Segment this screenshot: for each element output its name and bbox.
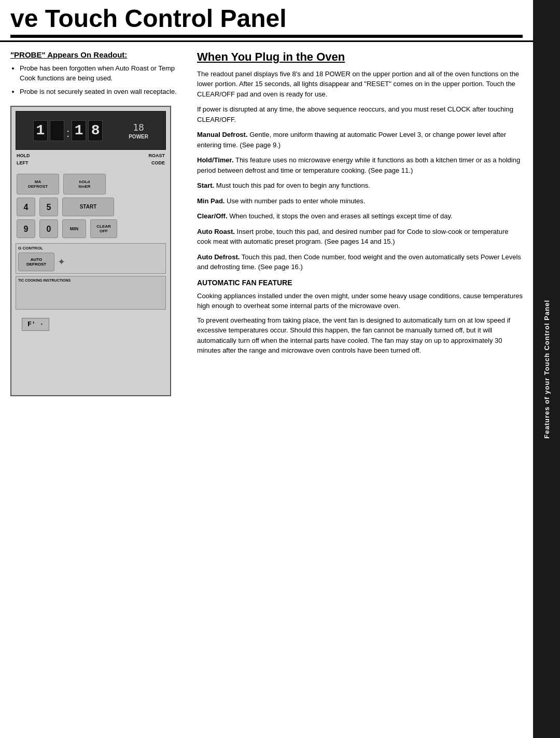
probe-section: "PROBE" Appears On Readout: Probe has be… bbox=[10, 50, 187, 97]
g-control-section: G CONTROL AUTODEFROST ✦ bbox=[16, 243, 166, 274]
intro-para-2: If power is disrupted at any time, the a… bbox=[197, 104, 523, 124]
num4-button[interactable]: 4 bbox=[17, 198, 35, 216]
feature-start: Start. Must touch this pad for oven to b… bbox=[197, 180, 523, 191]
sun-icon: ✦ bbox=[58, 256, 65, 268]
feature-start-text: Must touch this pad for oven to begin an… bbox=[216, 182, 370, 189]
btn-row-2: 4 5 START bbox=[17, 198, 165, 216]
intro-para-1: The readout panel displays five 8's and … bbox=[197, 69, 523, 100]
main-content: ve Touch Control Panel "PROBE" Appears O… bbox=[0, 0, 533, 405]
probe-bullet-2: Probe is not securely seated in oven wal… bbox=[20, 87, 187, 97]
left-label: LEFT bbox=[17, 160, 29, 165]
f-display-container: F' · bbox=[17, 314, 165, 335]
num5-button[interactable]: 5 bbox=[39, 198, 58, 216]
panel-buttons: MADEFROST hOLdtimER 4 5 START 9 0 MIN bbox=[11, 171, 170, 241]
btn-row-3: 9 0 MIN CLEAROFF bbox=[17, 219, 165, 238]
g-control-label: G CONTROL bbox=[18, 246, 163, 250]
panel-bottom-space bbox=[11, 339, 170, 355]
header: ve Touch Control Panel bbox=[0, 0, 533, 42]
btn-row-1: MADEFROST hOLdtimER bbox=[17, 174, 165, 194]
roast-label: ROAST bbox=[149, 153, 165, 158]
num9-button[interactable]: 9 bbox=[17, 219, 35, 238]
probe-list: Probe has been forgotten when Auto Roast… bbox=[10, 63, 187, 97]
feature-auto-roast-title: Auto Roast. bbox=[197, 228, 235, 235]
feature-auto-defrost: Auto Defrost. Touch this pad, then Code … bbox=[197, 252, 523, 272]
feature-auto-defrost-text: Touch this pad, then Code number, food w… bbox=[197, 253, 521, 271]
auto-defrost-row: AUTODEFROST ✦ bbox=[18, 253, 163, 271]
digit-2 bbox=[50, 120, 64, 141]
code-label: CODE bbox=[151, 160, 165, 165]
power-label: POWER bbox=[129, 134, 148, 140]
auto-defrost-button[interactable]: AUTODEFROST bbox=[18, 253, 54, 271]
clear-off-button[interactable]: CLEAROFF bbox=[90, 219, 117, 238]
feature-min-pad-title: Min Pad. bbox=[197, 197, 225, 205]
f-display: F' · bbox=[22, 318, 49, 331]
feature-manual-defrost: Manual Defrost. Gentle, more uniform tha… bbox=[197, 130, 523, 150]
probe-bullet-1: Probe has been forgotten when Auto Roast… bbox=[20, 63, 187, 83]
control-panel: 1 : 1 8 18 POWER HOLD ROAST bbox=[10, 106, 171, 396]
display-right: 18 POWER bbox=[129, 122, 148, 140]
feature-hold-timer-text: This feature uses no microwave energy wh… bbox=[197, 156, 520, 174]
feature-hold-timer-title: Hold/Timer. bbox=[197, 156, 234, 164]
min-button[interactable]: MIN bbox=[62, 219, 86, 238]
panel-labels-2: LEFT CODE bbox=[11, 159, 170, 166]
feature-auto-defrost-title: Auto Defrost. bbox=[197, 253, 240, 261]
feature-min-pad: Min Pad. Use with number pads to enter w… bbox=[197, 196, 523, 206]
digit-4: 8 bbox=[88, 120, 103, 141]
digit-1: 1 bbox=[33, 120, 48, 141]
display-digits: 1 : 1 8 bbox=[33, 120, 103, 141]
feature-manual-defrost-title: Manual Defrost. bbox=[197, 131, 248, 138]
auto-fan-section: AUTOMATIC FAN FEATURE Cooking appliances… bbox=[197, 279, 523, 356]
panel-display: 1 : 1 8 18 POWER bbox=[16, 111, 166, 150]
display-power-num: 18 bbox=[133, 122, 144, 133]
start-button[interactable]: START bbox=[62, 198, 114, 216]
right-col-heading: When You Plug in the Oven bbox=[197, 50, 523, 64]
sidebar-text: Features of your Touch Control Panel bbox=[543, 300, 551, 439]
cooking-instructions-label: TIC COOKING INSTRUCTIONS bbox=[18, 279, 163, 282]
header-bar bbox=[10, 35, 523, 38]
right-column: When You Plug in the Oven The readout pa… bbox=[197, 50, 523, 397]
cooking-instructions: TIC COOKING INSTRUCTIONS bbox=[16, 276, 166, 310]
feature-clear-off: Clear/Off. When touched, it stops the ov… bbox=[197, 211, 523, 221]
auto-fan-para1: Cooking appliances installed under the o… bbox=[197, 291, 523, 311]
panel-labels: HOLD ROAST bbox=[11, 152, 170, 159]
digit-colon: : bbox=[66, 127, 69, 140]
feature-auto-roast: Auto Roast. Insert probe, touch this pad… bbox=[197, 227, 523, 247]
feature-clear-off-title: Clear/Off. bbox=[197, 212, 228, 220]
left-column: "PROBE" Appears On Readout: Probe has be… bbox=[10, 50, 187, 397]
hold-label: HOLD bbox=[17, 153, 30, 158]
feature-clear-off-text: When touched, it stops the oven and eras… bbox=[229, 212, 452, 220]
cooking-instructions-content bbox=[18, 284, 163, 307]
feature-start-title: Start. bbox=[197, 182, 214, 189]
probe-heading: "PROBE" Appears On Readout: bbox=[10, 50, 187, 59]
digit-3: 1 bbox=[72, 120, 86, 141]
two-col-layout: "PROBE" Appears On Readout: Probe has be… bbox=[0, 42, 533, 405]
sidebar: Features of your Touch Control Panel bbox=[533, 0, 560, 738]
hold-timer-button[interactable]: hOLdtimER bbox=[63, 174, 106, 194]
feature-auto-roast-text: Insert probe, touch this pad, and desire… bbox=[197, 228, 508, 246]
feature-min-pad-text: Use with number pads to enter whole minu… bbox=[227, 197, 365, 205]
num0-button[interactable]: 0 bbox=[39, 219, 58, 238]
auto-fan-para2: To prevent overheating from taking place… bbox=[197, 315, 523, 356]
header-title: ve Touch Control Panel bbox=[10, 5, 523, 33]
auto-fan-heading: AUTOMATIC FAN FEATURE bbox=[197, 279, 523, 287]
feature-hold-timer: Hold/Timer. This feature uses no microwa… bbox=[197, 155, 523, 175]
manual-defrost-button[interactable]: MADEFROST bbox=[17, 174, 59, 194]
